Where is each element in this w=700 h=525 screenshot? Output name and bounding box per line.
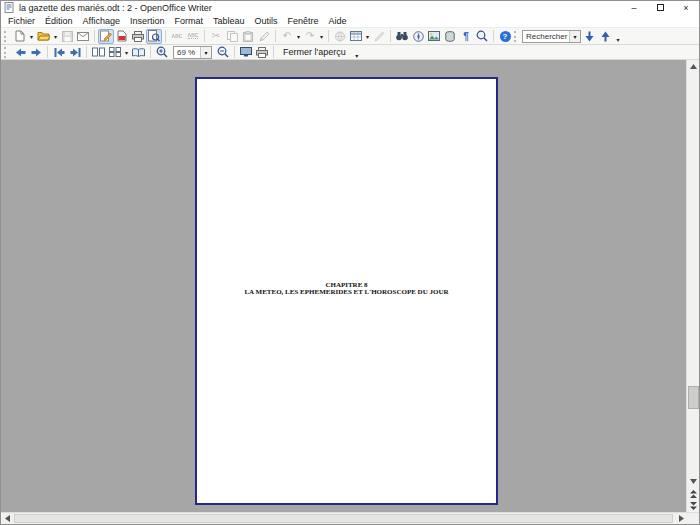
gallery-picture-icon <box>428 31 440 41</box>
cut-button[interactable]: ✂ <box>208 29 224 44</box>
gallery-button[interactable] <box>426 29 442 44</box>
menu-insertion[interactable]: Insertion <box>125 16 170 26</box>
auto-spellcheck-button[interactable]: ABC <box>185 29 201 44</box>
previous-page-scroll-button[interactable] <box>687 488 699 500</box>
toolbar-separator <box>86 46 87 58</box>
zoom-in-button[interactable] <box>154 46 170 59</box>
book-icon <box>132 48 145 57</box>
zoom-level-value[interactable]: 69 % <box>174 47 200 58</box>
open-button[interactable] <box>35 29 52 44</box>
draw-functions-button[interactable] <box>371 29 387 44</box>
spellcheck-button[interactable]: ABC <box>169 29 185 44</box>
last-page-button[interactable] <box>67 46 83 59</box>
close-preview-button[interactable]: Fermer l'aperçu <box>277 46 352 58</box>
search-combo: Rechercher ▾ <box>522 30 581 43</box>
restore-icon <box>657 4 664 11</box>
document-page[interactable]: CHAPITRE 8 LA METEO, LES EPHEMERIDES ET … <box>195 77 498 505</box>
page-preview-button[interactable] <box>146 29 162 44</box>
menu-fichier[interactable]: Fichier <box>3 16 40 26</box>
print-page-preview-button[interactable] <box>254 46 270 59</box>
new-document-dropdown[interactable]: ▾ <box>28 33 35 40</box>
search-dropdown-button[interactable]: ▾ <box>569 31 580 42</box>
minimize-button[interactable]: – <box>621 1 647 14</box>
toolbar-separator <box>165 30 166 42</box>
open-dropdown[interactable]: ▾ <box>52 33 59 40</box>
scroll-left-button[interactable] <box>1 513 14 524</box>
find-replace-button[interactable] <box>394 29 410 44</box>
zoom-button[interactable] <box>474 29 490 44</box>
menu-aide[interactable]: Aide <box>324 16 352 26</box>
menu-outils[interactable]: Outils <box>250 16 283 26</box>
arrow-left-icon <box>5 515 10 522</box>
find-previous-button[interactable] <box>597 29 613 44</box>
save-button[interactable] <box>59 29 75 44</box>
nonprinting-characters-button[interactable]: ¶ <box>458 29 474 44</box>
menu-tableau[interactable]: Tableau <box>208 16 250 26</box>
redo-dropdown[interactable]: ▾ <box>318 33 325 40</box>
next-page-scroll-button[interactable] <box>687 500 699 512</box>
export-pdf-button[interactable] <box>114 29 130 44</box>
close-icon: × <box>683 2 688 14</box>
find-toolbar-overflow-button[interactable]: ▾ <box>613 30 623 43</box>
print-button[interactable] <box>130 29 146 44</box>
toolbar-separator <box>234 46 235 58</box>
vertical-scrollbar-thumb[interactable] <box>688 386 699 409</box>
chapter-subtitle-line: LA METEO, LES EPHEMERIDES ET L'HOROSCOPE… <box>197 289 496 296</box>
navigator-button[interactable] <box>410 29 426 44</box>
redo-button[interactable]: ↷ <box>302 29 318 44</box>
first-page-arrow-icon <box>54 48 65 57</box>
zoom-level-combo: 69 % ▾ <box>173 46 212 59</box>
full-screen-button[interactable] <box>238 46 254 59</box>
copy-icon <box>227 31 238 42</box>
insert-table-button[interactable] <box>348 29 364 44</box>
close-button[interactable]: × <box>673 1 699 14</box>
help-button[interactable]: ? <box>497 29 513 44</box>
edit-file-button[interactable] <box>98 29 114 44</box>
vertical-scrollbar[interactable] <box>686 60 699 512</box>
first-page-button[interactable] <box>51 46 67 59</box>
preview-toolbar-overflow-button[interactable]: ▾ <box>352 46 362 59</box>
toolbar-separator <box>273 46 274 58</box>
toolbar-grip[interactable] <box>4 47 8 58</box>
menu-affichage[interactable]: Affichage <box>78 16 125 26</box>
paste-button[interactable] <box>240 29 256 44</box>
database-icon <box>445 31 455 42</box>
previous-page-button[interactable] <box>12 46 28 59</box>
horizontal-scrollbar-thumb[interactable] <box>14 514 673 523</box>
undo-dropdown[interactable]: ▾ <box>295 33 302 40</box>
restore-button[interactable] <box>647 1 673 14</box>
find-toolbar-grip[interactable] <box>514 31 518 42</box>
multiple-pages-preview-button[interactable] <box>107 46 123 59</box>
scroll-down-button[interactable] <box>687 475 699 488</box>
menu-fenetre[interactable]: Fenêtre <box>283 16 324 26</box>
overflow-chevron-icon: ▾ <box>616 36 619 43</box>
insert-table-dropdown[interactable]: ▾ <box>364 33 371 40</box>
copy-button[interactable] <box>224 29 240 44</box>
chevron-down-icon: ▾ <box>573 33 576 40</box>
find-next-button[interactable] <box>581 29 597 44</box>
window-title: la gazette des mariés.odt : 2 - OpenOffi… <box>19 3 212 13</box>
two-pages-icon <box>92 47 105 57</box>
menu-edition[interactable]: Édition <box>40 16 78 26</box>
menu-format[interactable]: Format <box>169 16 208 26</box>
toolbar-separator <box>94 30 95 42</box>
data-sources-button[interactable] <box>442 29 458 44</box>
book-preview-button[interactable] <box>130 46 147 59</box>
format-paintbrush-button[interactable] <box>256 29 272 44</box>
zoom-out-button[interactable] <box>215 46 231 59</box>
scroll-up-button[interactable] <box>687 60 699 73</box>
send-email-button[interactable] <box>75 29 91 44</box>
arrow-up-icon <box>690 64 697 69</box>
undo-button[interactable]: ↶ <box>279 29 295 44</box>
zoom-level-dropdown-button[interactable]: ▾ <box>200 47 211 58</box>
multiple-pages-icon <box>109 47 121 57</box>
bottom-scrollbar-row <box>1 512 699 524</box>
multiple-pages-dropdown[interactable]: ▾ <box>123 49 130 56</box>
next-page-button[interactable] <box>28 46 44 59</box>
search-input[interactable]: Rechercher <box>523 31 569 42</box>
hyperlink-button[interactable] <box>332 29 348 44</box>
horizontal-scrollbar[interactable] <box>1 513 688 525</box>
two-pages-preview-button[interactable] <box>90 46 107 59</box>
new-document-button[interactable] <box>12 29 28 44</box>
toolbar-grip[interactable] <box>4 31 8 42</box>
